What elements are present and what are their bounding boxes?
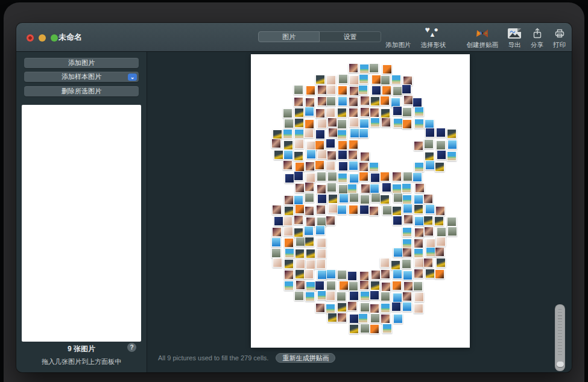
mosaic-cell [426,247,435,257]
mosaic-cell [305,237,314,246]
delete-selected-button[interactable]: 删除所选图片 [24,86,139,96]
mosaic-cell [414,204,423,214]
mosaic-cell [294,129,304,139]
mosaic-cell [393,314,403,324]
mosaic-cell [349,324,359,334]
mosaic-cell [295,204,305,214]
mosaic-cell [359,119,369,128]
mosaic-cell [304,128,314,138]
toolbar-select-shape[interactable]: ♥●▲ 选择形状 [421,27,446,49]
mosaic-cell [274,216,283,226]
mosaic-cell [403,95,413,105]
window-title: 未命名 [58,23,82,52]
toolbar-export[interactable]: 导出 [508,27,521,49]
chevron-down-icon[interactable]: ⌄ [128,74,137,81]
mosaic-cell [326,96,336,106]
mosaic-cell [316,205,326,214]
mosaic-cell [359,64,369,74]
mosaic-cell [423,216,433,225]
mosaic-cell [447,227,457,236]
mosaic-cell [424,227,434,236]
mosaic-cell [285,248,294,258]
mosaic-cell [295,269,305,279]
mosaic-cell [284,195,294,205]
tab-settings[interactable]: 设置 [320,31,381,42]
toolbar-label: 导出 [508,41,521,49]
mosaic-cell [435,206,445,216]
main-area: All 9 pictures used to fill the 279 cell… [147,52,572,372]
mosaic-cell [326,108,335,117]
help-button[interactable]: ? [127,343,136,352]
add-pictures-button[interactable]: 添加图片 [24,58,139,68]
toolbar-label: 分享 [531,41,543,49]
mosaic-cell [436,140,446,150]
mosaic-cell [349,205,358,214]
mosaic-cell [392,172,402,181]
mosaic-cell [447,129,457,139]
mosaic-cell [382,324,392,333]
mosaic-cell [294,215,303,225]
mosaic-cell [349,193,359,202]
status-summary: All 9 pictures used to fill the 279 cell… [158,354,268,362]
mosaic-cell [337,302,347,312]
mosaic-cell [393,216,402,225]
mosaic-cell [337,292,346,301]
mosaic-cell [360,96,370,105]
mosaic-cell [326,139,335,148]
mosaic-cell [436,237,446,246]
mosaic-cell [413,172,422,182]
mosaic-cell [294,139,304,149]
mosaic-cell [403,204,413,213]
mosaic-cell [380,96,390,105]
mosaic-cell [358,85,368,95]
mosaic-cell [403,271,413,280]
mosaic-cell [392,281,402,290]
mosaic-cell [360,195,370,204]
mosaic-cell [391,260,400,270]
picture-list-panel[interactable] [22,105,141,342]
mosaic-cell [347,271,357,281]
zoom-slider[interactable] [555,304,565,371]
mosaic-cell [403,214,413,224]
toolbar-print[interactable]: 打印 [553,27,566,49]
mosaic-cell [370,117,380,127]
mosaic-cell [370,281,380,290]
mosaic-cell [369,63,379,73]
tab-pictures[interactable]: 图片 [258,31,320,42]
toolbar-add-pictures[interactable]: 添加图片 [386,28,411,49]
mosaic-cell [349,314,359,324]
mosaic-cell [284,270,294,280]
mosaic-cell [338,161,348,171]
mosaic-cell [434,216,444,226]
sidebar: 添加图片 添加样本图片 ⌄ 删除所选图片 9 张图片 ? 拖入几张图片到上方面板… [16,52,147,372]
mosaic-cell [371,86,381,95]
mosaic-cell [349,174,359,183]
toolbar-create-collage[interactable]: 创建拼贴画 [467,27,499,49]
toolbar-share[interactable]: 分享 [531,27,543,49]
mosaic-cell [306,173,315,183]
mosaic-cell [294,85,303,95]
close-button[interactable] [27,34,34,42]
mosaic-cell [403,281,413,291]
mosaic-cell [315,108,325,118]
mosaic-cell [285,174,294,183]
share-icon [533,27,542,40]
mosaic-cell [402,248,412,257]
mosaic-cell [349,281,358,291]
minimize-button[interactable] [39,34,46,42]
mosaic-cell [338,96,347,106]
mosaic-cell [381,108,390,118]
mosaic-cell [284,259,294,269]
mosaic-cell [326,291,335,301]
mosaic-cell [283,160,292,170]
regenerate-collage-button[interactable]: 重新生成拼贴画 [276,353,335,363]
mosaic-cell [382,205,392,215]
mosaic-cell [272,205,282,214]
zoom-button[interactable] [51,34,58,42]
mosaic-cell [296,280,305,290]
mosaic-cell [380,258,390,268]
add-sample-pictures-button[interactable]: 添加样本图片 ⌄ [24,72,139,82]
mosaic-cell [370,108,379,117]
mosaic-cell [295,162,305,172]
zoom-slider-thumb[interactable] [557,362,564,367]
